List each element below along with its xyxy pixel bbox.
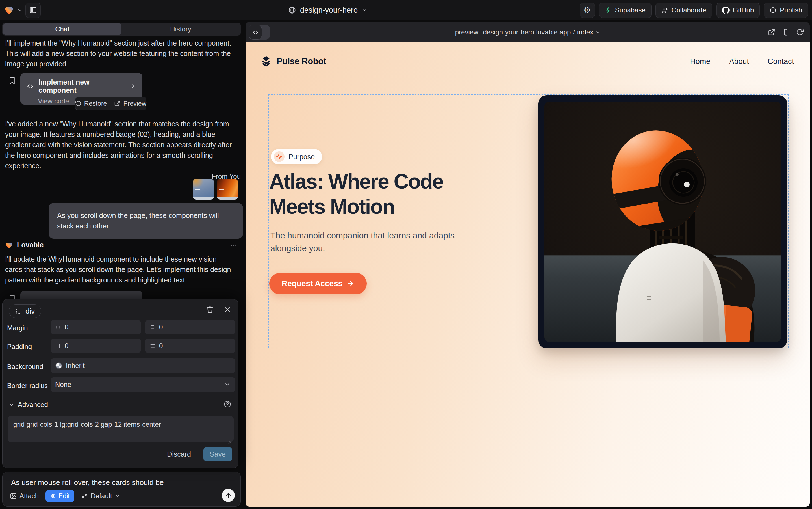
margin-label: Margin [7, 324, 28, 332]
margin-x-input[interactable]: 0 [50, 320, 141, 334]
purpose-badge: Purpose [271, 149, 322, 164]
advanced-classes-input[interactable]: grid grid-cols-1 lg:grid-cols-2 gap-12 i… [8, 416, 234, 442]
site-logo[interactable]: Pulse Robot [260, 55, 326, 68]
dashed-selection-icon [15, 308, 22, 314]
sliders-icon [81, 493, 88, 499]
message-menu-icon[interactable] [230, 241, 237, 249]
target-icon [50, 493, 56, 499]
padding-y-input[interactable]: 0 [145, 339, 235, 353]
site-canvas: Pulse Robot Home About Contact Purpose A… [246, 42, 810, 507]
chat-composer: As user mouse roll over, these cards sho… [2, 472, 241, 507]
spacing-vertical-icon [149, 324, 156, 330]
badge-label: Purpose [289, 153, 315, 161]
mobile-view-icon[interactable] [782, 29, 789, 36]
path-chevron-icon [596, 30, 600, 34]
discard-button[interactable]: Discard [167, 450, 191, 459]
publish-globe-icon [770, 7, 776, 13]
supabase-icon [605, 7, 612, 13]
robot-image [545, 102, 781, 342]
supabase-button[interactable]: Supabase [599, 3, 652, 18]
open-external-icon[interactable] [768, 29, 775, 36]
edit-mode-button[interactable]: Edit [45, 490, 74, 502]
preview-toolbar: preview--design-your-hero.lovable.app / … [246, 22, 810, 42]
attach-image-icon [10, 493, 17, 499]
attach-button[interactable]: Attach [10, 492, 39, 500]
nav-about[interactable]: About [729, 57, 749, 66]
mode-chevron-icon [115, 494, 120, 499]
app-top-bar: design-your-hero ⚙ Supabase Collaborate … [0, 0, 812, 20]
attachment-thumbnail-1[interactable] [193, 179, 214, 200]
mode-select[interactable]: Default [81, 492, 120, 500]
hero-heading: Atlas: Where Code Meets Motion [269, 169, 443, 219]
delete-element-icon[interactable] [206, 306, 214, 314]
restore-icon [75, 100, 81, 107]
arrow-right-icon [347, 280, 354, 287]
assistant-name: Lovable [17, 241, 43, 249]
preview-panel: preview--design-your-hero.lovable.app / … [246, 22, 810, 507]
message-hover-toolbar: Restore Preview [75, 97, 146, 110]
refresh-icon[interactable] [796, 29, 804, 36]
attachment-thumbnail-2[interactable] [217, 179, 238, 200]
background-input[interactable]: Inherit [50, 358, 235, 373]
project-chevron-down-icon [362, 7, 367, 13]
preview-button[interactable]: Preview [114, 100, 146, 107]
github-icon [722, 6, 730, 14]
code-icon [27, 82, 34, 90]
layers-logo-icon [260, 55, 273, 68]
tab-history[interactable]: History [121, 24, 240, 35]
restore-button[interactable]: Restore [75, 100, 107, 107]
border-radius-select[interactable]: None [50, 377, 235, 392]
bookmark-icon[interactable] [8, 76, 16, 85]
resize-handle-icon[interactable] [226, 439, 232, 444]
site-nav: Home About Contact [690, 57, 794, 66]
selected-element-chip[interactable]: div [9, 304, 41, 318]
collaborate-button[interactable]: Collaborate [656, 3, 712, 18]
select-chevron-icon [224, 381, 230, 388]
spacing-horizontal-icon [55, 324, 61, 330]
assistant-message-2: I've added a new "Why Humanoid" section … [5, 119, 234, 171]
nav-home[interactable]: Home [690, 57, 710, 66]
nav-contact[interactable]: Contact [768, 57, 794, 66]
project-name: design-your-hero [300, 6, 358, 15]
gear-icon: ⚙ [583, 6, 591, 14]
element-inspector-panel: div Margin 0 0 Padding 0 0 Background In… [2, 299, 238, 468]
save-button[interactable]: Save [204, 447, 232, 461]
preview-path: index [577, 28, 593, 36]
project-switcher[interactable]: design-your-hero [288, 0, 367, 20]
tab-chat[interactable]: Chat [3, 24, 121, 35]
padding-vertical-icon [149, 343, 156, 349]
help-icon[interactable] [223, 400, 231, 408]
chevron-down-icon [9, 402, 14, 407]
hero-subheading: The humanoid companion that learns and a… [270, 229, 479, 254]
padding-x-input[interactable]: 0 [50, 339, 141, 353]
assistant-message-3: I'll update the WhyHumanoid component to… [5, 254, 234, 285]
padding-label: Padding [7, 343, 32, 351]
arrow-up-icon [225, 492, 232, 499]
chat-input[interactable]: As user mouse roll over, these cards sho… [11, 478, 164, 487]
chevron-right-icon [130, 83, 136, 89]
preview-url-bar[interactable]: preview--design-your-hero.lovable.app / … [246, 22, 810, 42]
project-globe-icon [288, 6, 296, 14]
hero-robot-card [538, 95, 787, 348]
site-header: Pulse Robot Home About Contact [246, 42, 810, 85]
transparency-swatch-icon [55, 362, 63, 369]
close-panel-icon[interactable] [223, 306, 231, 314]
background-label: Background [7, 363, 43, 371]
user-message-bubble: As you scroll down the page, these compo… [48, 203, 243, 239]
action-card-title: Implement new component [38, 78, 125, 95]
assistant-header: Lovable [5, 241, 237, 249]
pulse-icon [276, 153, 283, 160]
logo-chevron-down-icon[interactable] [17, 7, 23, 13]
advanced-section-toggle[interactable]: Advanced [9, 401, 48, 409]
margin-y-input[interactable]: 0 [145, 320, 235, 334]
external-link-icon [114, 100, 120, 107]
lovable-logo-icon[interactable] [4, 5, 14, 15]
request-access-button[interactable]: Request Access [269, 273, 367, 294]
sidebar-toggle-button[interactable] [26, 3, 41, 18]
github-button[interactable]: GitHub [716, 3, 760, 18]
preview-url: preview--design-your-hero.lovable.app [455, 28, 571, 36]
chat-history-tabs: Chat History [2, 23, 241, 36]
send-button[interactable] [222, 489, 235, 502]
publish-button[interactable]: Publish [764, 3, 808, 18]
settings-button[interactable]: ⚙ [580, 3, 595, 18]
